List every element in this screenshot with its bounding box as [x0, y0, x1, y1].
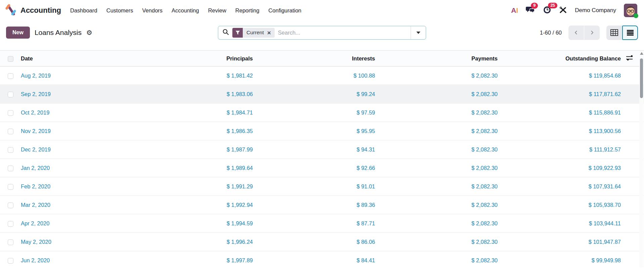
- balance-cell[interactable]: $ 117,871.62: [498, 85, 622, 103]
- interests-cell[interactable]: $ 87.71: [254, 214, 376, 233]
- principals-cell[interactable]: $ 1,987.99: [131, 140, 254, 159]
- interests-cell[interactable]: $ 94.31: [254, 140, 376, 159]
- date-cell[interactable]: Feb 2, 2020: [19, 177, 131, 196]
- date-cell[interactable]: Apr 2, 2020: [19, 214, 131, 233]
- row-checkbox[interactable]: [8, 239, 13, 245]
- column-header-date[interactable]: Date: [19, 51, 131, 66]
- list-view-button[interactable]: [622, 26, 638, 40]
- tools-debug-button[interactable]: [559, 6, 567, 15]
- main-menu-item[interactable]: Vendors: [142, 7, 163, 14]
- search-dropdown-toggle[interactable]: [411, 26, 426, 39]
- main-menu-item[interactable]: Configuration: [268, 7, 301, 14]
- principals-cell[interactable]: $ 1,983.06: [131, 85, 254, 103]
- pivot-view-button[interactable]: [606, 26, 622, 40]
- search-bar[interactable]: Current ×: [218, 26, 426, 40]
- main-menu-item[interactable]: Review: [208, 7, 226, 14]
- table-row[interactable]: Jan 2, 2020 $ 1,989.64 $ 92.66 $ 2,082.3…: [0, 159, 644, 177]
- table-row[interactable]: Jun 2, 2020 $ 1,997.89 $ 84.41 $ 2,082.3…: [0, 251, 644, 268]
- ai-assistant-button[interactable]: AI: [511, 6, 518, 14]
- optional-columns-icon[interactable]: [626, 56, 634, 62]
- date-cell[interactable]: Dec 2, 2019: [19, 140, 131, 159]
- row-checkbox[interactable]: [8, 258, 13, 264]
- date-cell[interactable]: Jan 2, 2020: [19, 159, 131, 177]
- pager-next-button[interactable]: [584, 26, 600, 40]
- principals-cell[interactable]: $ 1,984.71: [131, 103, 254, 122]
- interests-cell[interactable]: $ 86.06: [254, 233, 376, 251]
- column-header-interests[interactable]: Interests: [254, 51, 376, 66]
- balance-cell[interactable]: $ 103,944.11: [498, 214, 622, 233]
- date-cell[interactable]: Nov 2, 2019: [19, 122, 131, 140]
- column-header-payments[interactable]: Payments: [376, 51, 498, 66]
- principals-cell[interactable]: $ 1,981.42: [131, 66, 254, 85]
- table-row[interactable]: May 2, 2020 $ 1,996.24 $ 86.06 $ 2,082.3…: [0, 233, 644, 251]
- row-checkbox[interactable]: [8, 110, 13, 116]
- payments-cell[interactable]: $ 2,082.30: [376, 103, 498, 122]
- date-cell[interactable]: Jun 2, 2020: [19, 251, 131, 268]
- principals-cell[interactable]: $ 1,996.24: [131, 233, 254, 251]
- payments-cell[interactable]: $ 2,082.30: [376, 140, 498, 159]
- principals-cell[interactable]: $ 1,986.35: [131, 122, 254, 140]
- scrollbar-up-arrow-icon[interactable]: [640, 52, 643, 55]
- balance-cell[interactable]: $ 111,912.57: [498, 140, 622, 159]
- payments-cell[interactable]: $ 2,082.30: [376, 122, 498, 140]
- activities-button[interactable]: 25: [543, 6, 551, 15]
- date-cell[interactable]: Aug 2, 2019: [19, 66, 131, 85]
- action-gear-icon[interactable]: ⚙: [86, 29, 92, 36]
- user-menu[interactable]: [624, 4, 637, 17]
- payments-cell[interactable]: $ 2,082.30: [376, 196, 498, 214]
- payments-cell[interactable]: $ 2,082.30: [376, 251, 498, 268]
- remove-filter-icon[interactable]: ×: [267, 30, 271, 36]
- interests-cell[interactable]: $ 99.24: [254, 85, 376, 103]
- app-switcher[interactable]: Accounting: [5, 4, 61, 17]
- payments-cell[interactable]: $ 2,082.30: [376, 214, 498, 233]
- principals-cell[interactable]: $ 1,997.89: [131, 251, 254, 268]
- table-row[interactable]: Apr 2, 2020 $ 1,994.59 $ 87.71 $ 2,082.3…: [0, 214, 644, 233]
- messages-button[interactable]: 9: [526, 6, 535, 15]
- table-row[interactable]: Nov 2, 2019 $ 1,986.35 $ 95.95 $ 2,082.3…: [0, 122, 644, 140]
- interests-cell[interactable]: $ 89.36: [254, 196, 376, 214]
- row-checkbox[interactable]: [8, 166, 13, 171]
- pager-range[interactable]: 1-60 / 60: [540, 30, 562, 36]
- new-button[interactable]: New: [6, 27, 30, 39]
- table-row[interactable]: Mar 2, 2020 $ 1,992.94 $ 89.36 $ 2,082.3…: [0, 196, 644, 214]
- row-checkbox[interactable]: [8, 221, 13, 227]
- scrollbar-thumb[interactable]: [640, 58, 643, 98]
- vertical-scrollbar[interactable]: [639, 51, 644, 267]
- table-row[interactable]: Sep 2, 2019 $ 1,983.06 $ 99.24 $ 2,082.3…: [0, 85, 644, 103]
- company-selector[interactable]: Demo Company: [575, 7, 616, 14]
- interests-cell[interactable]: $ 97.59: [254, 103, 376, 122]
- principals-cell[interactable]: $ 1,991.29: [131, 177, 254, 196]
- interests-cell[interactable]: $ 92.66: [254, 159, 376, 177]
- balance-cell[interactable]: $ 109,922.93: [498, 159, 622, 177]
- principals-cell[interactable]: $ 1,992.94: [131, 196, 254, 214]
- payments-cell[interactable]: $ 2,082.30: [376, 85, 498, 103]
- balance-cell[interactable]: $ 101,947.87: [498, 233, 622, 251]
- interests-cell[interactable]: $ 100.88: [254, 66, 376, 85]
- column-header-balance[interactable]: Outstanding Balance: [498, 51, 622, 66]
- row-checkbox[interactable]: [8, 184, 13, 190]
- payments-cell[interactable]: $ 2,082.30: [376, 177, 498, 196]
- row-checkbox[interactable]: [8, 147, 13, 153]
- date-cell[interactable]: Sep 2, 2019: [19, 85, 131, 103]
- column-header-principals[interactable]: Principals: [131, 51, 254, 66]
- row-checkbox[interactable]: [8, 203, 13, 208]
- date-cell[interactable]: May 2, 2020: [19, 233, 131, 251]
- payments-cell[interactable]: $ 2,082.30: [376, 159, 498, 177]
- payments-cell[interactable]: $ 2,082.30: [376, 233, 498, 251]
- interests-cell[interactable]: $ 91.01: [254, 177, 376, 196]
- select-all-checkbox[interactable]: [8, 56, 13, 62]
- main-menu-item[interactable]: Dashboard: [70, 7, 97, 14]
- interests-cell[interactable]: $ 95.95: [254, 122, 376, 140]
- balance-cell[interactable]: $ 105,938.70: [498, 196, 622, 214]
- interests-cell[interactable]: $ 84.41: [254, 251, 376, 268]
- main-menu-item[interactable]: Customers: [106, 7, 133, 14]
- main-menu-item[interactable]: Reporting: [235, 7, 260, 14]
- row-checkbox[interactable]: [8, 129, 13, 134]
- row-checkbox[interactable]: [8, 73, 13, 79]
- row-checkbox[interactable]: [8, 92, 13, 97]
- table-row[interactable]: Aug 2, 2019 $ 1,981.42 $ 100.88 $ 2,082.…: [0, 66, 644, 85]
- payments-cell[interactable]: $ 2,082.30: [376, 66, 498, 85]
- principals-cell[interactable]: $ 1,994.59: [131, 214, 254, 233]
- table-row[interactable]: Oct 2, 2019 $ 1,984.71 $ 97.59 $ 2,082.3…: [0, 103, 644, 122]
- pager-previous-button[interactable]: [568, 26, 584, 40]
